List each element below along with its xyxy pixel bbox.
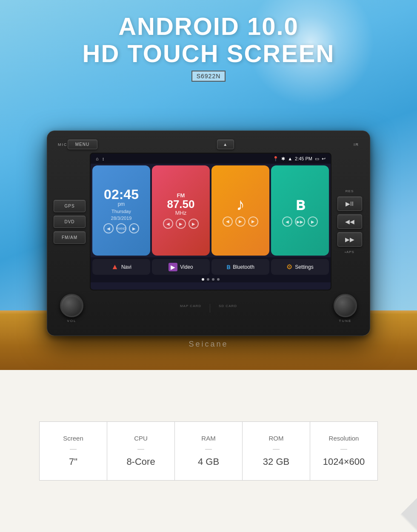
spec-card-0: Screen — 7" xyxy=(39,421,107,481)
fm-unit: MHz xyxy=(175,210,187,216)
signal-icon: ↕ xyxy=(102,156,105,161)
res-label: RES xyxy=(346,189,354,193)
bt-play[interactable]: ▶▶ xyxy=(295,216,305,227)
fm-frequency: 87.50 xyxy=(167,199,194,210)
gps-button[interactable]: GPS xyxy=(54,200,86,212)
eject-button[interactable]: ▲ xyxy=(217,139,234,149)
tune-knob[interactable] xyxy=(334,294,357,317)
play-pause-button[interactable]: ▶II xyxy=(337,196,362,211)
spec-divider: — xyxy=(205,445,212,453)
video-icon: ▶ xyxy=(169,263,177,271)
settings-app[interactable]: ⚙ Settings xyxy=(271,259,329,275)
navi-icon: ▲ xyxy=(111,262,119,271)
tile-time-display: 02:45 xyxy=(104,188,139,201)
bt-controls: ◀ ▶▶ ▶ xyxy=(282,216,318,227)
bluetooth-icon: ✱ xyxy=(281,156,285,162)
prev-btn[interactable]: ◀ xyxy=(103,223,114,233)
fm-prev[interactable]: ◀ xyxy=(163,219,173,229)
spec-divider: — xyxy=(340,445,347,453)
unit-top-bar: MIC MENU ▲ IR xyxy=(54,139,363,149)
screen-container[interactable]: ⌂ ↕ 📍 ✱ ▲ 2:45 PM ▭ ↩ xyxy=(90,153,331,290)
spec-name: ROM xyxy=(269,435,284,442)
tile-date: 28/3/2019 xyxy=(111,216,132,221)
unit-bottom: VOL MAP CARD SD CARD TUNE xyxy=(54,290,363,323)
music-next[interactable]: ▶ xyxy=(248,216,258,227)
tune-label: TUNE xyxy=(339,319,352,323)
music-play[interactable]: ▶ xyxy=(235,216,246,227)
navi-label: Navi xyxy=(121,264,131,270)
spec-name: RAM xyxy=(201,435,215,442)
card-divider xyxy=(210,304,210,313)
spec-divider: — xyxy=(137,445,144,453)
spec-name: Screen xyxy=(63,435,83,442)
back-icon: ↩ xyxy=(322,156,326,162)
specs-grid: Screen — 7" CPU — 8-Core RAM — 4 GB ROM … xyxy=(39,421,378,481)
card-slots: MAP CARD SD CARD xyxy=(180,304,237,313)
title-android: ANDROID 10.0 xyxy=(0,13,417,40)
bluetooth-tile[interactable]: ʙ ◀ ▶▶ ▶ xyxy=(271,165,329,256)
fmam-button[interactable]: FM/AM xyxy=(54,231,86,244)
tile-day: Thursday xyxy=(111,209,131,214)
clock-status: 2:45 PM xyxy=(295,156,312,161)
hero-title: ANDROID 10.0 HD TOUCH SCREEN S6922N xyxy=(0,0,417,82)
fm-tile[interactable]: FM 87.50 MHz ◀ ▶ ▶ xyxy=(152,165,210,256)
status-left: ⌂ ↕ xyxy=(96,156,104,161)
music-prev[interactable]: ◀ xyxy=(223,216,233,227)
spec-divider: — xyxy=(70,445,77,453)
left-panel: GPS DVD FM/AM xyxy=(54,200,86,244)
status-right: 📍 ✱ ▲ 2:45 PM ▭ ↩ xyxy=(273,156,326,162)
settings-label: Settings xyxy=(295,264,313,270)
navi-app[interactable]: ▲ Navi xyxy=(92,259,150,275)
next-track-button[interactable]: ▶▶ xyxy=(337,232,362,247)
tile-ampm: pm xyxy=(118,201,125,207)
mic-label: MIC xyxy=(58,142,68,147)
next-btn[interactable]: ▶ xyxy=(129,223,139,233)
battery-icon: ▭ xyxy=(315,156,319,162)
rand-btn[interactable]: RAND xyxy=(116,223,126,233)
location-icon: 📍 xyxy=(273,156,279,162)
bt-next[interactable]: ▶ xyxy=(308,216,318,227)
vol-knob[interactable] xyxy=(60,294,83,317)
spec-value: 32 GB xyxy=(263,456,289,467)
app-grid-top: 02:45 pm Thursday 28/3/2019 ◀ RAND ▶ xyxy=(91,164,331,257)
home-icon: ⌂ xyxy=(96,156,99,161)
spec-card-4: Resolution — 1024×600 xyxy=(310,421,378,481)
spec-name: Resolution xyxy=(329,435,359,442)
unit-main: GPS DVD FM/AM ⌂ ↕ 📍 xyxy=(54,153,363,290)
video-app[interactable]: ▶ Video xyxy=(152,259,210,275)
bt-symbol: ʙ xyxy=(295,194,305,214)
ir-label: IR xyxy=(354,142,359,147)
vol-label: VOL xyxy=(67,319,76,323)
spec-card-1: CPU — 8-Core xyxy=(107,421,175,481)
bt-prev[interactable]: ◀ xyxy=(282,216,292,227)
dot-2 xyxy=(207,278,209,281)
prev-track-button[interactable]: ◀◀ xyxy=(337,214,362,229)
dvd-button[interactable]: DVD xyxy=(54,216,86,228)
sd-card-label: SD CARD xyxy=(219,304,237,313)
fm-next[interactable]: ▶ xyxy=(189,219,199,229)
clock-tile[interactable]: 02:45 pm Thursday 28/3/2019 ◀ RAND ▶ xyxy=(92,165,150,256)
dot-4 xyxy=(217,278,220,281)
fm-play[interactable]: ▶ xyxy=(176,219,186,229)
map-card-label: MAP CARD xyxy=(180,304,201,313)
bluetooth-app[interactable]: ʙ Bluetooth xyxy=(211,259,269,275)
bluetooth-label: Bluetooth xyxy=(233,264,254,270)
unit-bottom-center: MAP CARD SD CARD xyxy=(180,304,237,313)
head-unit-wrapper: MIC MENU ▲ IR GPS DVD FM/AM xyxy=(47,131,370,336)
video-label: Video xyxy=(180,264,193,270)
spec-value: 4 GB xyxy=(198,456,219,467)
specs-section: Screen — 7" CPU — 8-Core RAM — 4 GB ROM … xyxy=(0,370,417,532)
vol-section: VOL xyxy=(60,294,83,323)
music-tile[interactable]: ♪ ◀ ▶ ▶ xyxy=(211,165,269,256)
spec-value: 8-Core xyxy=(126,456,155,467)
wifi-icon: ▲ xyxy=(288,156,292,161)
tune-section: TUNE xyxy=(334,294,357,323)
fm-controls: ◀ ▶ ▶ xyxy=(163,219,199,229)
right-panel: RES ▶II ◀◀ ▶▶ •APS xyxy=(336,189,363,254)
hero-section: ANDROID 10.0 HD TOUCH SCREEN S6922N Seic… xyxy=(0,0,417,370)
spec-card-3: ROM — 32 GB xyxy=(242,421,310,481)
dot-1 xyxy=(202,278,204,281)
bt-app-icon: ʙ xyxy=(226,263,230,271)
title-hd: HD TOUCH SCREEN xyxy=(0,40,417,67)
menu-button[interactable]: MENU xyxy=(68,139,97,149)
